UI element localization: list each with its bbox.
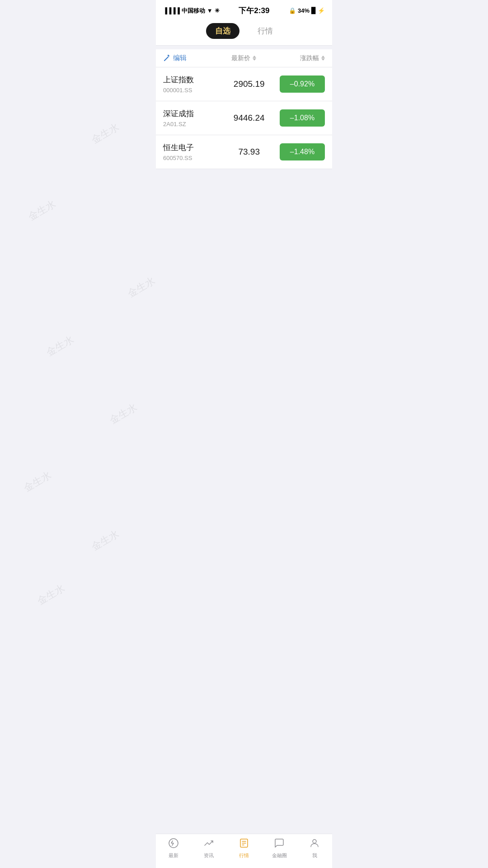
stock-price-2: 73.93 — [224, 147, 274, 157]
table-row[interactable]: 深证成指 2A01.SZ 9446.24 –1.08% — [156, 101, 332, 135]
price-sort-icon — [253, 56, 256, 61]
stock-price-1: 9446.24 — [224, 113, 274, 123]
stock-code-2: 600570.SS — [163, 155, 224, 161]
stock-price-0: 2905.19 — [224, 79, 274, 89]
empty-area — [156, 169, 332, 395]
charging-icon: ⚡ — [318, 7, 325, 14]
stock-info-0: 上证指数 000001.SS — [163, 75, 224, 94]
price-header[interactable]: 最新价 — [217, 54, 271, 62]
table-row[interactable]: 恒生电子 600570.SS 73.93 –1.48% — [156, 135, 332, 169]
edit-icon — [163, 55, 170, 62]
sync-icon: ✳ — [215, 7, 220, 14]
status-time: 下午2:39 — [239, 5, 269, 16]
signal-icon: ▐▐▐▐ — [163, 7, 180, 14]
status-bar: ▐▐▐▐ 中国移动 ▼ ✳ 下午2:39 🔒 34% ▉ ⚡ — [156, 0, 332, 19]
stock-name-0: 上证指数 — [163, 75, 224, 85]
stock-info-1: 深证成指 2A01.SZ — [163, 108, 224, 127]
battery-icon: ▉ — [311, 7, 316, 14]
wifi-icon: ▼ — [207, 7, 213, 14]
edit-button[interactable]: 编辑 — [163, 54, 217, 62]
top-tab-bar: 自选 行情 — [156, 19, 332, 46]
tab-watchlist[interactable]: 自选 — [206, 23, 239, 39]
stock-info-2: 恒生电子 600570.SS — [163, 142, 224, 161]
lock-icon: 🔒 — [289, 7, 296, 14]
status-carrier: ▐▐▐▐ 中国移动 ▼ ✳ — [163, 7, 220, 15]
column-header-row: 编辑 最新价 涨跌幅 — [156, 49, 332, 67]
table-row[interactable]: 上证指数 000001.SS 2905.19 –0.92% — [156, 67, 332, 101]
status-battery: 🔒 34% ▉ ⚡ — [289, 7, 325, 14]
stock-code-1: 2A01.SZ — [163, 121, 224, 127]
change-header[interactable]: 涨跌幅 — [271, 54, 325, 62]
stock-name-2: 恒生电子 — [163, 142, 224, 153]
stock-change-0: –0.92% — [274, 75, 325, 93]
stock-change-2: –1.48% — [274, 143, 325, 160]
stock-change-1: –1.08% — [274, 109, 325, 127]
stock-code-0: 000001.SS — [163, 87, 224, 94]
tab-market[interactable]: 行情 — [249, 23, 282, 39]
change-sort-icon — [321, 56, 325, 61]
stock-list: 上证指数 000001.SS 2905.19 –0.92% 深证成指 2A01.… — [156, 67, 332, 169]
stock-name-1: 深证成指 — [163, 108, 224, 119]
